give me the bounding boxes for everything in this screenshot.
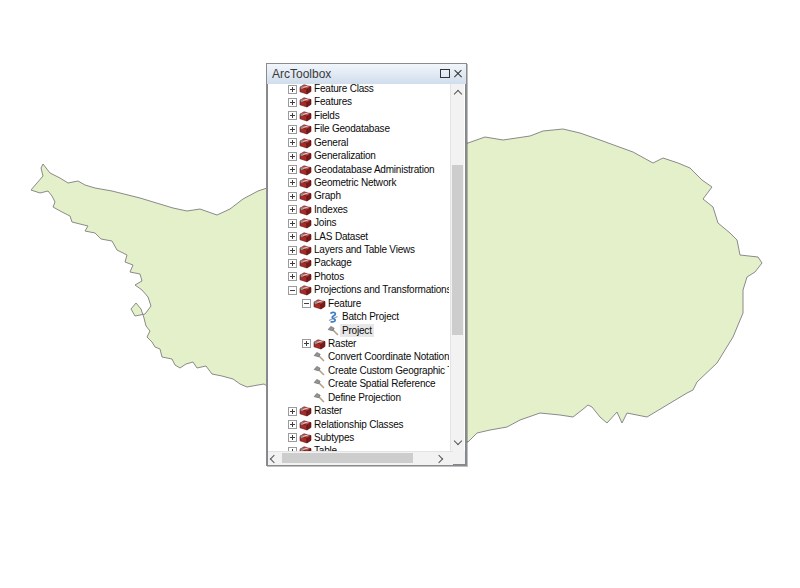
tree-item-label: Define Projection [326, 391, 403, 404]
toolbox-icon [299, 405, 312, 417]
tree-item[interactable]: Indexes [268, 203, 449, 216]
tree-item[interactable]: Photos [268, 270, 449, 283]
toolbox-icon [299, 150, 312, 162]
tree-item-label: Joins [312, 216, 338, 229]
tree-item[interactable]: Batch Project [268, 310, 449, 323]
tree-item-label: Photos [312, 270, 346, 283]
tree-item-label: Create Custom Geographic Trans [326, 364, 449, 377]
tree-item-label: Graph [312, 189, 343, 202]
expand-toggle[interactable] [288, 407, 297, 416]
tree-item[interactable]: Relationship Classes [268, 418, 449, 431]
tree-item[interactable]: LAS Dataset [268, 230, 449, 243]
expand-toggle[interactable] [288, 111, 297, 120]
tree-item-label: Create Spatial Reference [326, 377, 438, 390]
tree-item-label: Raster [312, 404, 344, 417]
horizontal-scrollbar[interactable] [268, 451, 453, 465]
tree-item[interactable]: Joins [268, 216, 449, 229]
tree-item[interactable]: General [268, 136, 449, 149]
expand-toggle[interactable] [288, 219, 297, 228]
toolbox-icon [299, 164, 312, 176]
tree-item[interactable]: Layers and Table Views [268, 243, 449, 256]
tree-item-label: Raster [326, 337, 358, 350]
toolbox-icon [299, 137, 312, 149]
toolbox-icon [299, 432, 312, 444]
toolbox-icon [299, 123, 312, 135]
tree-item-label: Table [312, 444, 339, 451]
tree-item[interactable]: Raster [268, 404, 449, 417]
tree-item[interactable]: Features [268, 95, 449, 108]
tree-item[interactable]: Generalization [268, 149, 449, 162]
window-titlebar[interactable]: ArcToolbox [267, 64, 466, 85]
toolbox-icon [299, 177, 312, 189]
scroll-up-icon[interactable] [453, 90, 461, 98]
float-window-icon[interactable] [440, 69, 450, 78]
tree-item-label: Layers and Table Views [312, 243, 417, 256]
vertical-scrollbar-thumb[interactable] [452, 165, 463, 335]
vertical-scrollbar[interactable] [450, 84, 464, 451]
tree-item[interactable]: Geometric Network [268, 176, 449, 189]
tree-item[interactable]: Geodatabase Administration [268, 163, 449, 176]
tree-item-label: Geodatabase Administration [312, 163, 436, 176]
expand-toggle[interactable] [288, 138, 297, 147]
tree-item-label: Fields [312, 109, 341, 122]
tree-item-label: File Geodatabase [312, 122, 392, 135]
tree-item[interactable]: Define Projection [268, 391, 449, 404]
tree-item-label: Generalization [312, 149, 378, 162]
toolbox-tree: Feature Class Features [268, 84, 449, 451]
expand-toggle[interactable] [288, 420, 297, 429]
expand-toggle[interactable] [288, 125, 297, 134]
horizontal-scrollbar-thumb[interactable] [282, 453, 413, 463]
tree-item-label: Feature Class [312, 84, 376, 95]
tree-item[interactable]: Raster [268, 337, 449, 350]
scroll-left-icon[interactable] [270, 454, 278, 462]
tree-item[interactable]: Create Custom Geographic Trans [268, 364, 449, 377]
tool-hammer-icon [313, 351, 326, 363]
tree-item[interactable]: Graph [268, 189, 449, 202]
scrollbar-corner [453, 451, 465, 464]
map-canvas: ArcToolbox Feature Class [0, 0, 800, 588]
expand-toggle[interactable] [288, 286, 297, 295]
expand-toggle[interactable] [288, 152, 297, 161]
tree-item[interactable]: Fields [268, 109, 449, 122]
toolbox-icon [299, 244, 312, 256]
expand-toggle[interactable] [288, 232, 297, 241]
scroll-right-icon[interactable] [435, 454, 443, 462]
expand-toggle[interactable] [288, 192, 297, 201]
tree-item-label: Convert Coordinate Notation [326, 350, 449, 363]
tree-item-label: Subtypes [312, 431, 356, 444]
toolbox-icon [313, 338, 326, 350]
tree-item[interactable]: Create Spatial Reference [268, 377, 449, 390]
expand-toggle[interactable] [288, 433, 297, 442]
tool-hammer-icon [313, 378, 326, 390]
tree-item[interactable]: Subtypes [268, 431, 449, 444]
expand-toggle[interactable] [288, 178, 297, 187]
expand-toggle[interactable] [302, 339, 311, 348]
toolbox-icon [299, 84, 312, 95]
expand-toggle[interactable] [288, 85, 297, 94]
tree-item[interactable]: Convert Coordinate Notation [268, 350, 449, 363]
expand-toggle[interactable] [288, 272, 297, 281]
expand-toggle[interactable] [288, 205, 297, 214]
arctoolbox-window: ArcToolbox Feature Class [266, 63, 467, 466]
tree-item-label: Indexes [312, 203, 350, 216]
toolbox-icon [299, 257, 312, 269]
expand-toggle[interactable] [288, 165, 297, 174]
tree-item[interactable]: Table [268, 444, 449, 451]
tree-item[interactable]: Feature Class [268, 84, 449, 95]
batch-script-icon [327, 311, 340, 323]
tree-item[interactable]: File Geodatabase [268, 122, 449, 135]
expand-toggle[interactable] [302, 299, 311, 308]
toolbox-icon [313, 298, 326, 310]
toolbox-icon [299, 96, 312, 108]
tree-item[interactable]: Package [268, 256, 449, 269]
toolbox-icon [299, 190, 312, 202]
tree-item[interactable]: Projections and Transformations [268, 283, 449, 296]
expand-toggle[interactable] [288, 98, 297, 107]
scroll-down-icon[interactable] [453, 437, 461, 445]
expand-toggle[interactable] [288, 259, 297, 268]
tree-item[interactable]: Project [268, 324, 449, 337]
expand-toggle[interactable] [288, 246, 297, 255]
tree-item[interactable]: Feature [268, 297, 449, 310]
tree-item-label: Geometric Network [312, 176, 398, 189]
close-icon[interactable] [453, 68, 463, 78]
